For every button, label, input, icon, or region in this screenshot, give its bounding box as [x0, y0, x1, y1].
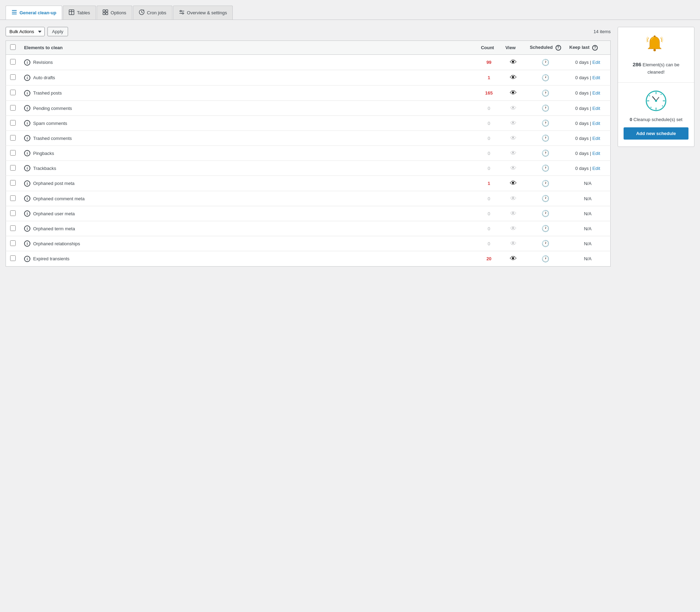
- keeplast-help-icon[interactable]: ?: [592, 45, 598, 51]
- tab-general-cleanup-label: General clean-up: [20, 10, 56, 15]
- row-checkbox-4[interactable]: [10, 120, 16, 126]
- row-checkbox-cell: [6, 131, 20, 146]
- elements-can-be-cleaned-text: 286 Element(s) can be cleaned!: [624, 61, 688, 75]
- count-value: 20: [486, 256, 491, 261]
- options-icon: [103, 9, 108, 16]
- keep-last-cell: N/A: [565, 191, 611, 206]
- keep-last-value: 0 days |: [575, 106, 593, 111]
- th-scheduled: Scheduled ?: [526, 41, 565, 55]
- edit-link[interactable]: Edit: [593, 75, 600, 80]
- table-row: i Pending comments 0👁🕐0 days | Edit: [6, 101, 611, 116]
- scheduled-clock-icon: 🕐: [542, 74, 549, 81]
- tab-general-cleanup[interactable]: General clean-up: [6, 6, 62, 20]
- select-all-checkbox[interactable]: [10, 44, 16, 50]
- info-icon[interactable]: i: [24, 150, 30, 156]
- row-checkbox-3[interactable]: [10, 105, 16, 111]
- info-icon[interactable]: i: [24, 120, 30, 126]
- count-value: 0: [488, 106, 490, 111]
- row-checkbox-5[interactable]: [10, 135, 16, 141]
- row-checkbox-0[interactable]: [10, 59, 16, 65]
- tab-options[interactable]: Options: [97, 6, 132, 20]
- toolbar: Bulk Actions Apply 14 items: [6, 27, 611, 36]
- view-cell: 👁: [501, 146, 526, 161]
- row-checkbox-8[interactable]: [10, 180, 16, 186]
- eye-inactive-icon: 👁: [510, 195, 516, 202]
- info-icon[interactable]: i: [24, 210, 30, 217]
- scheduled-cell: 🕐: [526, 176, 565, 191]
- info-icon[interactable]: i: [24, 256, 30, 262]
- scheduled-clock-icon: 🕐: [542, 165, 549, 172]
- keep-last-cell: N/A: [565, 236, 611, 251]
- bulk-actions-select[interactable]: Bulk Actions: [6, 27, 45, 36]
- eye-active-icon[interactable]: 👁: [510, 89, 517, 97]
- th-element: Elements to clean: [20, 41, 477, 55]
- table-row: i Revisions 99👁🕐0 days | Edit: [6, 55, 611, 70]
- scheduled-cell: 🕐: [526, 116, 565, 131]
- row-checkbox-cell: [6, 101, 20, 116]
- table-row: i Orphaned comment meta 0👁🕐N/A: [6, 191, 611, 206]
- info-icon[interactable]: i: [24, 195, 30, 202]
- row-checkbox-10[interactable]: [10, 210, 16, 216]
- keep-last-cell: 0 days | Edit: [565, 161, 611, 176]
- svg-rect-9: [106, 13, 108, 15]
- row-checkbox-cell: [6, 251, 20, 267]
- row-checkbox-2[interactable]: [10, 90, 16, 95]
- row-checkbox-12[interactable]: [10, 240, 16, 246]
- element-name: Trashed posts: [33, 90, 62, 96]
- edit-link[interactable]: Edit: [593, 90, 600, 96]
- info-icon[interactable]: i: [24, 59, 30, 66]
- tab-cron-jobs[interactable]: Cron jobs: [133, 6, 172, 20]
- keep-last-cell: N/A: [565, 206, 611, 221]
- count-value: 1: [488, 181, 490, 186]
- info-icon[interactable]: i: [24, 75, 30, 81]
- count-cell: 0: [477, 131, 501, 146]
- scheduled-clock-icon: 🕐: [542, 120, 549, 127]
- row-checkbox-cell: [6, 116, 20, 131]
- elements-count: 286: [633, 61, 641, 67]
- info-icon[interactable]: i: [24, 135, 30, 141]
- edit-link[interactable]: Edit: [593, 136, 600, 141]
- keep-last-value: 0 days |: [575, 166, 593, 171]
- info-icon[interactable]: i: [24, 180, 30, 187]
- edit-link[interactable]: Edit: [593, 106, 600, 111]
- edit-link[interactable]: Edit: [593, 60, 600, 65]
- element-name: Orphaned post meta: [33, 181, 75, 186]
- view-cell: 👁: [501, 116, 526, 131]
- scheduled-clock-icon: 🕐: [542, 135, 549, 142]
- row-checkbox-7[interactable]: [10, 165, 16, 171]
- svg-rect-6: [103, 10, 105, 12]
- tab-overview-settings[interactable]: Overview & settings: [173, 6, 233, 20]
- row-checkbox-11[interactable]: [10, 225, 16, 231]
- row-checkbox-1[interactable]: [10, 74, 16, 80]
- eye-inactive-icon: 👁: [510, 150, 516, 157]
- keep-na-value: N/A: [584, 211, 591, 216]
- view-cell: 👁: [501, 131, 526, 146]
- eye-active-icon[interactable]: 👁: [510, 58, 517, 66]
- info-icon[interactable]: i: [24, 225, 30, 232]
- edit-link[interactable]: Edit: [593, 121, 600, 126]
- info-icon[interactable]: i: [24, 90, 30, 96]
- eye-active-icon[interactable]: 👁: [510, 255, 517, 262]
- scheduled-help-icon[interactable]: ?: [556, 45, 561, 51]
- tab-overview-settings-label: Overview & settings: [187, 10, 227, 15]
- row-checkbox-6[interactable]: [10, 150, 16, 156]
- element-name-cell: i Orphaned term meta: [20, 221, 477, 236]
- row-checkbox-cell: [6, 85, 20, 101]
- info-icon[interactable]: i: [24, 240, 30, 247]
- table-icon: [69, 9, 74, 16]
- count-cell: 0: [477, 146, 501, 161]
- info-icon[interactable]: i: [24, 165, 30, 171]
- edit-link[interactable]: Edit: [593, 166, 600, 171]
- tab-tables[interactable]: Tables: [63, 6, 96, 20]
- count-value: 0: [488, 196, 490, 201]
- row-checkbox-9[interactable]: [10, 195, 16, 201]
- element-name: Auto drafts: [33, 75, 55, 80]
- edit-link[interactable]: Edit: [593, 151, 600, 156]
- info-icon[interactable]: i: [24, 105, 30, 111]
- apply-button[interactable]: Apply: [47, 27, 68, 36]
- eye-active-icon[interactable]: 👁: [510, 179, 517, 187]
- add-new-schedule-button[interactable]: Add new schedule: [624, 127, 688, 140]
- eye-active-icon[interactable]: 👁: [510, 74, 517, 81]
- row-checkbox-13[interactable]: [10, 255, 16, 261]
- element-name-cell: i Expired transients: [20, 251, 477, 267]
